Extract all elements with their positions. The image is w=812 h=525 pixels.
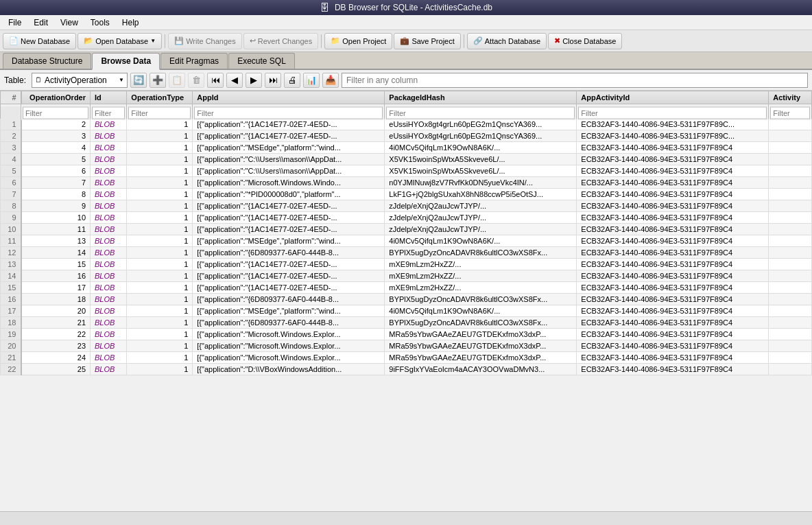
filter-id[interactable]	[91, 106, 127, 120]
cell-op-order: 7	[21, 177, 91, 189]
filter-appid[interactable]	[193, 106, 385, 120]
table-row[interactable]: 13 15 BLOB 1 [{"application":"{1AC14E77-…	[1, 259, 812, 270]
move-last-button[interactable]: ⏭	[265, 73, 281, 88]
tab-browse-data[interactable]: Browse Data	[92, 53, 160, 70]
cell-pkg-hash: 4i0MCv5QifqLm1K9OwN8A6K/...	[385, 142, 577, 154]
column-filter-input[interactable]	[342, 73, 808, 88]
tab-database-structure[interactable]: Database Structure	[3, 53, 91, 69]
filter-op-type-input[interactable]	[128, 107, 191, 119]
table-row[interactable]: 2 3 BLOB 1 [{"application":"{1AC14E77-02…	[1, 130, 812, 142]
move-prev-button[interactable]: ◀	[226, 73, 243, 88]
cell-op-type: 1	[127, 305, 193, 317]
import-button[interactable]: 📥	[322, 73, 339, 88]
cell-op-type: 1	[127, 364, 193, 375]
table-row[interactable]: 11 13 BLOB 1 [{"application":"MSEdge","p…	[1, 235, 812, 247]
cell-id: BLOB	[91, 294, 127, 305]
move-first-button[interactable]: ⏮	[207, 73, 224, 88]
cell-pkg-hash: MRa59sYbwGAAeZAEU7GTDEKxfmoX3dxP...	[385, 352, 577, 364]
col-header-op-type[interactable]: OperationType	[127, 91, 193, 104]
filter-activity-input[interactable]	[770, 107, 810, 119]
cell-rownum: 19	[1, 329, 21, 340]
menu-tools[interactable]: Tools	[85, 16, 115, 29]
filter-op-type[interactable]	[127, 106, 193, 120]
col-header-id[interactable]: Id	[91, 91, 127, 104]
filter-op-order[interactable]	[21, 106, 91, 120]
cell-op-order: 22	[21, 329, 91, 340]
cell-op-type: 1	[127, 200, 193, 212]
close-database-button[interactable]: ✖ Close Database	[548, 33, 622, 49]
cell-pkg-hash: BYPlX5ugDyzOncADAVR8k6ultlCO3wXS8Fx...	[385, 247, 577, 259]
table-row[interactable]: 4 5 BLOB 1 [{"application":"C:\\Users\\m…	[1, 154, 812, 165]
revert-changes-button[interactable]: ↩ Revert Changes	[243, 33, 319, 49]
table-row[interactable]: 19 22 BLOB 1 [{"application":"Microsoft.…	[1, 329, 812, 340]
export-button[interactable]: 📊	[303, 73, 320, 88]
cell-app-activity: ECB32AF3-1440-4086-94E3-5311F97F89C4	[577, 329, 769, 340]
cell-rownum: 11	[1, 235, 21, 247]
menu-help[interactable]: Help	[117, 16, 145, 29]
cell-pkg-hash: BYPlX5ugDyzOncADAVR8k6ultlCO3wXS8Fx...	[385, 294, 577, 305]
cell-id: BLOB	[91, 247, 127, 259]
menu-edit[interactable]: Edit	[28, 16, 53, 29]
filter-appact-input[interactable]	[578, 107, 767, 119]
cell-id: BLOB	[91, 212, 127, 224]
filter-op-order-input[interactable]	[23, 107, 88, 119]
open-project-button[interactable]: 📁 Open Project	[324, 33, 392, 49]
new-database-button[interactable]: 📄 New Database	[3, 33, 76, 49]
print-button[interactable]: 🖨	[284, 73, 300, 88]
tab-execute-sql[interactable]: Execute SQL	[228, 53, 295, 69]
table-row[interactable]: 12 14 BLOB 1 [{"application":"{6D809377-…	[1, 247, 812, 259]
table-row[interactable]: 6 7 BLOB 1 [{"application":"Microsoft.Wi…	[1, 177, 812, 189]
cell-pkg-hash: 4i0MCv5QifqLm1K9OwN8A6K/...	[385, 305, 577, 317]
table-row[interactable]: 22 25 BLOB 1 [{"application":"D:\\VBoxWi…	[1, 364, 812, 375]
cell-op-type: 1	[127, 259, 193, 270]
cell-pkg-hash: eUssiHYOx8gt4grLn60pEG2m1QnscYA369...	[385, 119, 577, 130]
cell-op-order: 10	[21, 212, 91, 224]
table-row[interactable]: 10 11 BLOB 1 [{"application":"{1AC14E77-…	[1, 224, 812, 235]
attach-database-button[interactable]: 🔗 Attach Database	[467, 33, 547, 49]
open-database-button[interactable]: 📂 Open Database ▼	[77, 33, 162, 49]
table-row[interactable]: 1 2 BLOB 1 [{"application":"{1AC14E77-02…	[1, 119, 812, 130]
duplicate-record-button[interactable]: 📋	[169, 73, 185, 88]
col-header-pkg-hash[interactable]: PackageIdHash	[385, 91, 577, 104]
move-next-button[interactable]: ▶	[246, 73, 262, 88]
menu-view[interactable]: View	[55, 16, 84, 29]
filter-pkg-input[interactable]	[386, 107, 575, 119]
cell-op-order: 21	[21, 317, 91, 329]
filter-appid-input[interactable]	[194, 107, 383, 119]
menu-file[interactable]: File	[3, 16, 27, 29]
cell-op-order: 15	[21, 259, 91, 270]
table-row[interactable]: 21 24 BLOB 1 [{"application":"Microsoft.…	[1, 352, 812, 364]
write-changes-button[interactable]: 💾 Write Changes	[168, 33, 242, 49]
col-header-app-activity[interactable]: AppActivityId	[577, 91, 769, 104]
table-row[interactable]: 9 10 BLOB 1 [{"application":"{1AC14E77-0…	[1, 212, 812, 224]
filter-pkg[interactable]	[385, 106, 577, 120]
cell-op-order: 20	[21, 305, 91, 317]
table-row[interactable]: 16 18 BLOB 1 [{"application":"{6D809377-…	[1, 294, 812, 305]
table-row[interactable]: 20 23 BLOB 1 [{"application":"Microsoft.…	[1, 340, 812, 352]
cell-rownum: 16	[1, 294, 21, 305]
table-row[interactable]: 3 4 BLOB 1 [{"application":"MSEdge","pla…	[1, 142, 812, 154]
table-row[interactable]: 7 8 BLOB 1 [{"application":"*PID000008d0…	[1, 189, 812, 200]
col-header-op-order[interactable]: OperationOrder	[21, 91, 91, 104]
col-header-appid[interactable]: AppId	[193, 91, 385, 104]
table-row[interactable]: 18 21 BLOB 1 [{"application":"{6D809377-…	[1, 317, 812, 329]
table-row[interactable]: 5 6 BLOB 1 [{"application":"C:\\Users\\m…	[1, 165, 812, 177]
cell-id: BLOB	[91, 270, 127, 282]
cell-op-order: 8	[21, 189, 91, 200]
cell-activity	[769, 224, 812, 235]
new-record-button[interactable]: ➕	[150, 73, 166, 88]
filter-id-input[interactable]	[92, 107, 125, 119]
table-dropdown[interactable]: 🗒 ActivityOperation ▼	[32, 73, 128, 88]
table-row[interactable]: 15 17 BLOB 1 [{"application":"{1AC14E77-…	[1, 282, 812, 294]
filter-activity[interactable]	[769, 106, 812, 120]
table-row[interactable]: 14 16 BLOB 1 [{"application":"{1AC14E77-…	[1, 270, 812, 282]
tabbar: Database Structure Browse Data Edit Prag…	[0, 52, 812, 70]
tab-edit-pragmas[interactable]: Edit Pragmas	[160, 53, 228, 69]
col-header-activity[interactable]: Activity	[769, 91, 812, 104]
table-row[interactable]: 17 20 BLOB 1 [{"application":"MSEdge","p…	[1, 305, 812, 317]
refresh-button[interactable]: 🔄	[130, 73, 147, 88]
table-row[interactable]: 8 9 BLOB 1 [{"application":"{1AC14E77-02…	[1, 200, 812, 212]
delete-record-button[interactable]: 🗑	[188, 73, 204, 88]
filter-appact[interactable]	[577, 106, 769, 120]
save-project-button[interactable]: 💼 Save Project	[394, 33, 460, 49]
